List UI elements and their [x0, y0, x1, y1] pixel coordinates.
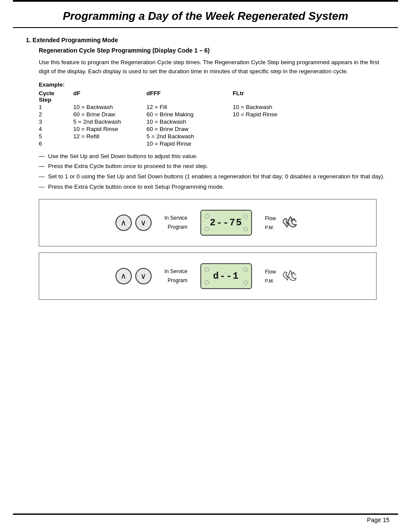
body-text: Use this feature to program the Regenera… [39, 58, 389, 76]
bullet-dash: — [39, 162, 45, 171]
content: 1. Extended Programming Mode Regeneratio… [0, 28, 411, 323]
table-cell: 60 = Brine Draw [146, 125, 233, 133]
bullet-item: —Use the Set Up and Set Down buttons to … [39, 152, 389, 161]
bullet-text: Press the Extra Cycle button once to exi… [48, 182, 224, 192]
table-cell: 1 [39, 103, 73, 111]
col-header-step: Cycle Step [39, 90, 73, 103]
section-heading: 1. Extended Programming Mode [26, 37, 389, 44]
lcd-text-2: d--1 [213, 271, 240, 282]
arrow-buttons-1: ∧ ∨ [115, 215, 152, 231]
page-number: Page 15 [367, 516, 389, 523]
bullet-dash: — [39, 152, 45, 161]
up-arrow-icon-2: ∧ [121, 271, 126, 281]
col-header-dfff: dFFF [146, 90, 233, 103]
lcd-display-2: d--1 [200, 263, 252, 289]
label-block-2: In Service Program [165, 268, 187, 285]
col-header-fltr: FLtr [233, 90, 302, 103]
table-cell: 3 [39, 118, 73, 125]
label-block-1: In Service Program [165, 214, 187, 231]
flow-pm-block-2: Flow P.M. [265, 268, 276, 285]
table-cell: 10 = Rapid Rinse [73, 125, 146, 133]
lcd-dot-bl-2 [205, 280, 209, 285]
table-cell [233, 125, 302, 133]
down-arrow-icon-1: ∨ [140, 218, 146, 227]
table-row: 410 = Rapid Rinse60 = Brine Draw [39, 125, 302, 133]
program-label-2: Program [168, 277, 187, 285]
flow-right-1: Flow P.M. [265, 213, 300, 232]
table-row: 260 = Brine Draw60 = Brine Making10 = Ra… [39, 111, 302, 118]
table-cell: 60 = Brine Making [146, 111, 233, 118]
table-cell: 10 = Backwash [73, 103, 146, 111]
lcd-dot-tr-1 [243, 214, 248, 218]
table-cell: 5 = 2nd Backwash [73, 118, 146, 125]
program-label-1: Program [168, 223, 187, 231]
table-cell [73, 140, 146, 147]
table-cell: 10 = Rapid Rinse [146, 140, 233, 147]
example-table: Cycle Step dF dFFF FLtr 110 = Backwash12… [39, 90, 302, 147]
flow-label-1: Flow [265, 214, 276, 223]
bullet-item: —Press the Extra Cycle button once to ex… [39, 182, 389, 192]
pm-label-1: P.M. [265, 224, 276, 232]
page-wrapper: Programming a Day of the Week Regenerate… [0, 0, 411, 532]
in-service-label-2: In Service [165, 268, 187, 276]
bullet-item: —Press the Extra Cycle button once to pr… [39, 162, 389, 171]
bottom-border [13, 513, 398, 515]
lcd-dot-br-2 [243, 280, 248, 285]
down-arrow-icon-2: ∨ [140, 271, 146, 281]
example-section: Example: Cycle Step dF dFFF FLtr 110 = B… [39, 81, 389, 147]
flow-label-2: Flow [265, 268, 276, 276]
table-cell [233, 118, 302, 125]
table-row: 110 = Backwash12 = Fill10 = Backwash [39, 103, 302, 111]
lcd-dot-tl-2 [205, 268, 209, 272]
table-cell: 5 = 2nd Backwash [146, 133, 233, 140]
display-panel-1: ∧ ∨ In Service Program 2--75 Flow [39, 199, 377, 246]
bullet-item: —Set to 1 or 0 using the Set Up and Set … [39, 172, 389, 181]
table-cell: 12 = Fill [146, 103, 233, 111]
lcd-text-1: 2--75 [210, 218, 243, 228]
table-row: 610 = Rapid Rinse [39, 140, 302, 147]
display-panel-2: ∧ ∨ In Service Program d--1 Flow [39, 252, 377, 300]
table-cell: 10 = Backwash [233, 103, 302, 111]
arrow-buttons-2: ∧ ∨ [115, 268, 152, 284]
lcd-dot-bl-1 [205, 227, 209, 231]
sub-heading: Regeneration Cycle Step Programming (Dis… [39, 47, 389, 54]
bullet-dash: — [39, 172, 45, 181]
flow-right-2: Flow P.M. [265, 267, 300, 286]
table-cell: 12 = Refill [73, 133, 146, 140]
recycle-icon-2 [281, 267, 300, 286]
lcd-display-1: 2--75 [200, 210, 252, 236]
in-service-label-1: In Service [165, 214, 187, 222]
table-cell [233, 133, 302, 140]
table-row: 35 = 2nd Backwash10 = Backwash [39, 118, 302, 125]
down-arrow-btn-1[interactable]: ∨ [135, 215, 152, 231]
bullet-text: Press the Extra Cycle button once to pro… [48, 162, 208, 171]
table-cell [233, 140, 302, 147]
table-cell: 60 = Brine Draw [73, 111, 146, 118]
table-cell: 5 [39, 133, 73, 140]
bullet-dash: — [39, 182, 45, 192]
example-label: Example: [39, 81, 389, 88]
table-cell: 4 [39, 125, 73, 133]
lcd-dot-tl-1 [205, 214, 209, 218]
page-title: Programming a Day of the Week Regenerate… [13, 2, 398, 28]
bullet-text: Set to 1 or 0 using the Set Up and Set D… [48, 172, 385, 181]
table-row: 512 = Refill5 = 2nd Backwash [39, 133, 302, 140]
lcd-dot-br-1 [243, 227, 248, 231]
recycle-icon-1 [281, 213, 300, 232]
up-arrow-btn-1[interactable]: ∧ [115, 215, 132, 231]
lcd-dot-tr-2 [243, 268, 248, 272]
bullets-list: —Use the Set Up and Set Down buttons to … [39, 152, 389, 191]
up-arrow-btn-2[interactable]: ∧ [115, 268, 132, 284]
down-arrow-btn-2[interactable]: ∨ [135, 268, 152, 284]
col-header-df: dF [73, 90, 146, 103]
table-cell: 2 [39, 111, 73, 118]
flow-pm-block-1: Flow P.M. [265, 214, 276, 232]
pm-label-2: P.M. [265, 277, 276, 285]
table-cell: 10 = Rapid Rinse [233, 111, 302, 118]
bullet-text: Use the Set Up and Set Down buttons to a… [48, 152, 198, 161]
up-arrow-icon-1: ∧ [121, 218, 126, 227]
table-cell: 6 [39, 140, 73, 147]
table-cell: 10 = Backwash [146, 118, 233, 125]
